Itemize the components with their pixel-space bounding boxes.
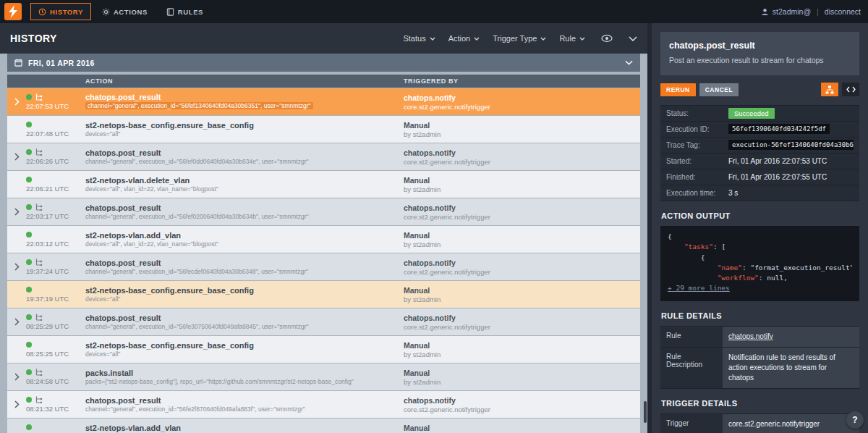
code-icon <box>846 86 856 93</box>
execution-row[interactable]: 22:06:26 UTC chatops.post_result channel… <box>7 143 640 170</box>
action-cell: st2-netops-vlan.add_vlan devices="all", … <box>82 424 404 433</box>
execution-timestamp: 22:07:53 UTC <box>26 102 82 110</box>
action-parameters: channel="general", execution_id="56fef13… <box>85 102 313 109</box>
action-name: chatops.post_result <box>82 148 396 157</box>
detail-row-link[interactable]: chatops.notify <box>723 327 859 347</box>
execution-details-panel: chatops.post_result Post an execution re… <box>652 23 868 433</box>
expand-chevron-icon[interactable] <box>7 373 26 381</box>
filter-status[interactable]: Status <box>403 34 435 43</box>
username: st2admin@ <box>773 7 811 16</box>
navbar-right: st2admin@ | disconnect <box>761 7 861 16</box>
trigger-detail: by st2admin <box>404 240 634 248</box>
code-view-button[interactable] <box>842 83 859 96</box>
expand-chevron-icon[interactable] <box>7 153 26 161</box>
trigger-name: chatops.notify <box>404 396 634 405</box>
expand-chevron-icon[interactable] <box>7 290 26 298</box>
status-succeeded-dot <box>26 397 32 403</box>
workflow-icon <box>35 314 43 321</box>
status-row-label: Status: <box>666 109 728 117</box>
trigger-details-table: Triggercore.st2.generic.notifytriggerOcc… <box>660 413 859 433</box>
execution-row[interactable]: 08:25:25 UTC st2-netops-base_config.ensu… <box>7 336 640 363</box>
expand-chevron-icon[interactable] <box>7 428 26 433</box>
triggered-by-cell: Manual by st2admin <box>404 369 640 386</box>
filter-rule[interactable]: Rule <box>559 34 585 43</box>
execution-timestamp: 22:07:48 UTC <box>26 130 82 138</box>
cancel-button[interactable]: CANCEL <box>699 83 739 96</box>
execution-row[interactable]: 19:37:19 UTC st2-netops-base_config.ensu… <box>7 281 640 308</box>
execution-row[interactable]: 22:03:12 UTC st2-netops-vlan.add_vlan de… <box>7 226 640 253</box>
toggle-display-button[interactable] <box>601 35 613 42</box>
trigger-name: Manual <box>404 231 634 240</box>
main-nav: HISTORY ACTIONS RULES <box>30 0 211 23</box>
status-row-value: Succeeded <box>728 108 854 119</box>
help-button[interactable]: ? <box>846 411 864 429</box>
expand-chevron-icon[interactable] <box>7 208 26 216</box>
execution-row[interactable]: 22:07:53 UTC chatops.post_result channel… <box>7 88 640 115</box>
disconnect-link[interactable]: disconnect <box>825 7 861 16</box>
expand-chevron-icon[interactable] <box>7 235 26 243</box>
action-cell: chatops.post_result channel="general", e… <box>82 148 404 165</box>
status-row-value: Fri, 01 Apr 2016 22:07:55 UTC <box>728 173 854 181</box>
execution-row[interactable]: 08:21:32 UTC chatops.post_result channel… <box>7 391 640 418</box>
tab-rules[interactable]: RULES <box>158 3 211 20</box>
user-menu[interactable]: st2admin@ <box>761 7 811 16</box>
main-content: HISTORY Status Action Trigger Type <box>0 23 868 433</box>
expand-chevron-icon[interactable] <box>7 180 26 188</box>
list-scrollbar[interactable] <box>644 401 647 423</box>
trigger-detail: core.st2.generic.notifytrigger <box>404 268 634 276</box>
trigger-detail: by st2admin <box>404 378 634 386</box>
trigger-detail: core.st2.generic.notifytrigger <box>404 405 634 413</box>
chevron-down-icon <box>430 37 435 41</box>
date-group-header[interactable]: FRI, 01 APR 2016 <box>7 54 640 72</box>
execution-row[interactable]: 22:03:17 UTC chatops.post_result channel… <box>7 198 640 225</box>
collapse-all-button[interactable] <box>629 36 637 41</box>
execution-info-view-button[interactable] <box>821 83 838 96</box>
action-cell: chatops.post_result channel="general", e… <box>82 396 404 413</box>
expand-chevron-icon[interactable] <box>7 345 26 353</box>
expand-chevron-icon[interactable] <box>7 263 26 271</box>
execution-timestamp: 19:37:24 UTC <box>26 267 82 275</box>
expand-chevron-icon[interactable] <box>7 125 26 133</box>
triggered-by-cell: Manual by st2admin <box>404 176 640 193</box>
rerun-button[interactable]: RERUN <box>660 83 696 96</box>
execution-meta: 22:07:53 UTC <box>26 93 82 110</box>
action-parameters: packs=["st2-netops-base_config"], repo_u… <box>82 378 396 385</box>
execution-row[interactable]: 08:25:29 UTC chatops.post_result channel… <box>7 308 640 335</box>
execution-row[interactable]: 08:24:58 UTC packs.install packs=["st2-n… <box>7 363 640 390</box>
execution-row[interactable]: 08:21:27 UTC st2-netops-vlan.add_vlan de… <box>7 419 640 433</box>
trigger-name: Manual <box>404 121 634 130</box>
execution-timestamp: 08:25:29 UTC <box>26 322 82 330</box>
triggered-by-cell: chatops.notify core.st2.generic.notifytr… <box>404 258 640 276</box>
expand-chevron-icon[interactable] <box>7 98 26 106</box>
trigger-name: Manual <box>404 176 634 185</box>
status-row: Status:Succeeded <box>660 106 859 122</box>
execution-row[interactable]: 22:07:48 UTC st2-netops-base_config.ensu… <box>7 116 640 143</box>
stackstorm-logo[interactable] <box>4 3 22 20</box>
action-parameters: channel="general", execution_id="56fe2f8… <box>82 405 396 413</box>
execution-row[interactable]: 22:06:21 UTC st2-netops-vlan.delete_vlan… <box>7 171 640 198</box>
detail-row: Triggercore.st2.generic.notifytrigger <box>660 414 859 433</box>
execution-meta: 08:25:29 UTC <box>26 314 82 330</box>
triggered-by-cell: chatops.notify core.st2.generic.notifytr… <box>404 396 640 413</box>
execution-row[interactable]: 19:37:24 UTC chatops.post_result channel… <box>7 253 640 280</box>
tab-actions[interactable]: ACTIONS <box>94 3 156 20</box>
eye-icon <box>601 35 613 42</box>
filter-trigger-type[interactable]: Trigger Type <box>493 34 546 43</box>
expand-chevron-icon[interactable] <box>7 400 26 408</box>
execution-meta: 08:21:32 UTC <box>26 396 82 413</box>
triggered-by-cell: chatops.notify core.st2.generic.notifytr… <box>404 314 640 331</box>
action-name: chatops.post_result <box>82 258 396 267</box>
tab-history[interactable]: HISTORY <box>30 3 91 20</box>
more-lines-link[interactable]: + 29 more lines <box>668 284 730 292</box>
expand-chevron-icon[interactable] <box>7 318 26 326</box>
detail-row-value: core.st2.generic.notifytrigger <box>723 414 859 433</box>
status-row-label: Started: <box>666 157 728 165</box>
date-group-collapse-button[interactable] <box>625 60 633 65</box>
filter-action[interactable]: Action <box>448 34 480 43</box>
tab-rules-label: RULES <box>178 8 203 16</box>
workflow-icon <box>35 148 43 156</box>
status-succeeded-dot <box>26 342 32 348</box>
action-parameters: channel="general", execution_id="56fe307… <box>82 323 396 330</box>
tab-history-label: HISTORY <box>50 8 83 16</box>
filter-trigger-type-label: Trigger Type <box>493 34 537 43</box>
